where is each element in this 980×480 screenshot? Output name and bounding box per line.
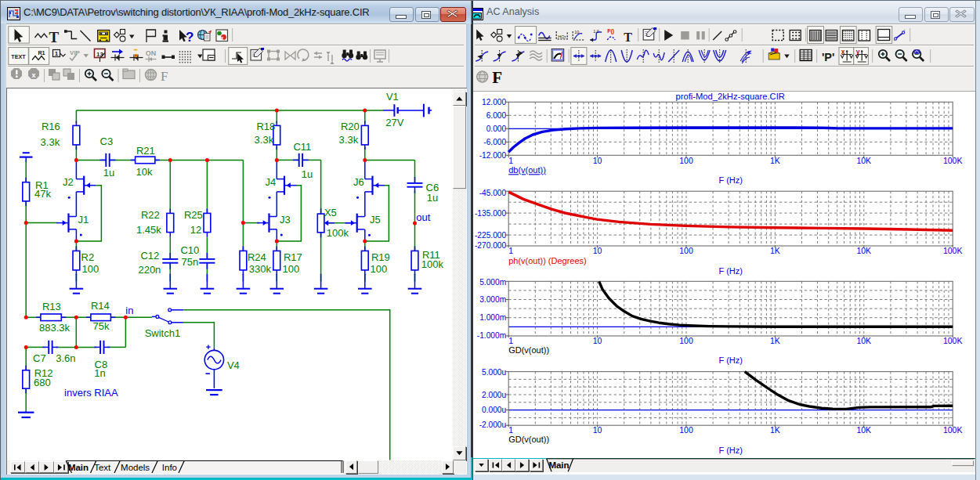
svg-text:F (Hz): F (Hz) <box>718 175 743 185</box>
svg-text:R13: R13 <box>42 301 61 312</box>
svg-text:100K: 100K <box>943 426 962 435</box>
svg-text:-1.000m: -1.000m <box>477 331 506 340</box>
svg-text:100: 100 <box>679 247 693 255</box>
svg-text:-270.000: -270.000 <box>475 241 507 250</box>
svg-text:10: 10 <box>593 247 602 255</box>
svg-text:100: 100 <box>679 157 693 165</box>
svg-text:10: 10 <box>574 30 579 34</box>
svg-text:75k: 75k <box>93 320 110 332</box>
svg-text:?: ? <box>186 30 193 45</box>
svg-text:5.000u: 5.000u <box>482 369 506 377</box>
svg-text:J4: J4 <box>266 175 277 187</box>
svg-text:5.000m: 5.000m <box>479 278 506 287</box>
svg-text:R25: R25 <box>184 209 203 221</box>
svg-text:10: 10 <box>593 157 602 165</box>
svg-text:100: 100 <box>82 262 99 274</box>
svg-text:x: x <box>31 71 35 79</box>
svg-text:invers RIAA: invers RIAA <box>64 386 118 398</box>
svg-text:HOτ: HOτ <box>558 34 566 39</box>
svg-text:R22: R22 <box>141 209 160 221</box>
svg-text:12: 12 <box>190 224 201 236</box>
svg-text:T: T <box>49 29 60 45</box>
svg-text:10: 10 <box>593 426 602 435</box>
svg-text:1n: 1n <box>94 367 105 379</box>
svg-text:R2: R2 <box>81 251 95 262</box>
svg-text:0.000: 0.000 <box>486 125 506 133</box>
svg-text:1: 1 <box>508 337 513 345</box>
svg-text:-135.000: -135.000 <box>475 209 507 218</box>
svg-text:13: 13 <box>96 51 103 58</box>
svg-text:F(): F() <box>607 28 614 34</box>
svg-text:ph(v(out)) (Degrees): ph(v(out)) (Degrees) <box>508 256 587 265</box>
svg-text:R1: R1 <box>38 49 45 56</box>
svg-text:1K: 1K <box>770 247 780 255</box>
svg-text:V4: V4 <box>227 359 240 371</box>
svg-text:1.0: 1.0 <box>593 29 599 34</box>
svg-text:J6: J6 <box>353 175 364 187</box>
svg-text:1K: 1K <box>770 337 780 345</box>
svg-text:F (Hz): F (Hz) <box>718 355 743 365</box>
svg-text:R20: R20 <box>341 121 360 132</box>
svg-text:'P': 'P' <box>822 51 835 63</box>
svg-text:TEXT: TEXT <box>11 53 26 60</box>
svg-text:Main: Main <box>68 463 89 472</box>
svg-text:J3: J3 <box>280 213 291 225</box>
svg-text:3.3k: 3.3k <box>255 134 274 146</box>
svg-text:R19: R19 <box>371 251 390 262</box>
svg-text:680: 680 <box>34 377 51 388</box>
svg-text:1u: 1u <box>302 168 313 180</box>
svg-text:R17: R17 <box>284 251 302 262</box>
svg-text:C12: C12 <box>141 249 160 261</box>
svg-text:100k: 100k <box>327 226 349 238</box>
svg-text:-225.000: -225.000 <box>475 231 507 240</box>
svg-text:3.6n: 3.6n <box>56 352 75 364</box>
svg-text:F: F <box>492 68 502 87</box>
svg-text:F: F <box>161 69 168 84</box>
svg-text:Switch1: Switch1 <box>145 327 181 338</box>
svg-text:X5: X5 <box>324 207 337 218</box>
svg-text:T: T <box>624 31 632 44</box>
svg-text:100K: 100K <box>943 157 962 165</box>
svg-text:x: x <box>221 35 224 41</box>
svg-text:1: 1 <box>508 426 513 435</box>
svg-text:V1: V1 <box>386 91 399 103</box>
svg-text:330k: 330k <box>249 263 272 275</box>
svg-text:10K: 10K <box>856 157 871 165</box>
svg-text:F (Hz): F (Hz) <box>718 446 743 455</box>
svg-text:1.45k: 1.45k <box>136 224 161 236</box>
svg-text:J2: J2 <box>63 175 74 187</box>
svg-text:47k: 47k <box>34 188 51 200</box>
svg-text:C3: C3 <box>100 135 114 147</box>
svg-text:GD(v(out)): GD(v(out)) <box>508 435 549 444</box>
svg-text:-12.000: -12.000 <box>479 151 506 160</box>
svg-text:10K: 10K <box>856 426 871 435</box>
svg-text:220n: 220n <box>139 263 161 275</box>
svg-text:J5: J5 <box>370 213 381 225</box>
svg-text:100K: 100K <box>943 247 962 255</box>
svg-text:10: 10 <box>593 337 602 345</box>
svg-text:-6.000: -6.000 <box>483 138 506 146</box>
svg-text:in: in <box>125 304 133 316</box>
svg-text:1u: 1u <box>427 191 438 203</box>
svg-text:-2.000u: -2.000u <box>479 420 506 429</box>
svg-text:1K: 1K <box>770 426 780 435</box>
svg-text:100K: 100K <box>943 337 962 345</box>
svg-text:db(v(out)): db(v(out)) <box>508 165 546 175</box>
svg-text:1: 1 <box>508 247 513 255</box>
svg-text:100: 100 <box>371 262 388 274</box>
svg-text:ON: ON <box>146 49 157 57</box>
svg-text:R18: R18 <box>257 121 276 132</box>
svg-text:1: 1 <box>55 50 59 57</box>
svg-text:R14: R14 <box>91 300 110 312</box>
svg-text:27V: 27V <box>385 117 403 128</box>
svg-text:F (Hz): F (Hz) <box>718 266 743 276</box>
svg-text:R24: R24 <box>248 251 266 262</box>
svg-text:10K: 10K <box>856 337 871 345</box>
svg-text:GD(v(out)): GD(v(out)) <box>508 345 549 355</box>
svg-text:10K: 10K <box>856 247 871 255</box>
svg-text:Models: Models <box>121 463 150 472</box>
svg-text:Main: Main <box>548 460 569 470</box>
svg-text:100: 100 <box>679 426 693 435</box>
svg-text:J1: J1 <box>78 213 89 225</box>
svg-text:1: 1 <box>508 157 513 165</box>
